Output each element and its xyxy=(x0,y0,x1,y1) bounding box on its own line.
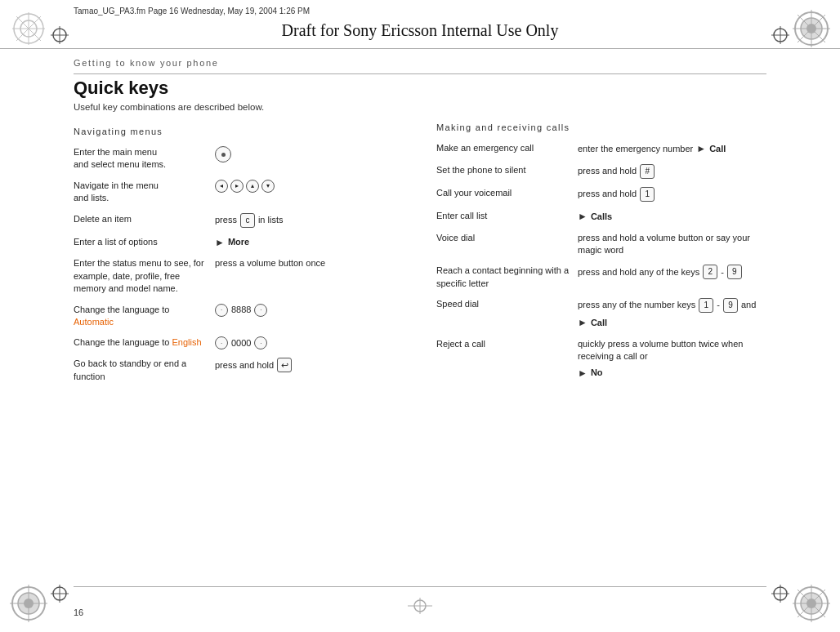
nav-right-icon: ▸ xyxy=(230,180,244,193)
table-row: Voice dial press and hold a volume butto… xyxy=(436,232,766,257)
row-action: press and hold 1 xyxy=(578,187,766,202)
table-row: Reject a call quickly press a volume but… xyxy=(436,338,766,381)
section-subtitle: Useful key combinations are described be… xyxy=(74,102,404,112)
row-action: press c in lists xyxy=(215,213,404,228)
row-label: Change the language to English xyxy=(74,336,208,349)
left-column: Quick keys Useful key combinations are d… xyxy=(74,78,404,583)
back-key-icon: ↩ xyxy=(277,358,292,372)
arrow-icon: ► xyxy=(215,236,225,250)
arrow-icon2: ► xyxy=(578,316,588,330)
row-action: press and hold a volume button or say yo… xyxy=(578,232,766,257)
table-row: Enter a list of options ► More xyxy=(74,236,404,250)
row-action: press and hold # xyxy=(578,164,766,179)
circle-icon-right2: · xyxy=(254,336,267,349)
one-key-icon: 1 xyxy=(640,187,655,202)
automatic-label: Automatic xyxy=(74,317,114,327)
nine-key-icon: 9 xyxy=(727,265,742,279)
page-number: 16 xyxy=(74,608,83,617)
table-row: Change the language to Automatic · 8888 … xyxy=(74,304,404,329)
nine-key2-icon: 9 xyxy=(723,298,738,313)
table-row: Navigate in the menuand lists. ◂ ▸ ▴ ▾ xyxy=(74,180,404,205)
table-row: Delete an item press c in lists xyxy=(74,213,404,228)
subtitle-row: Getting to know your phone xyxy=(74,51,766,74)
header-draft-title: Draft for Sony Ericsson Internal Use Onl… xyxy=(0,0,840,48)
crosshair-br xyxy=(771,585,789,606)
row-action: press any of the number keys 1 - 9 and ►… xyxy=(578,298,766,330)
circle-icon-right: · xyxy=(254,304,267,317)
arrow-icon: ► xyxy=(696,142,706,156)
row-label: Reject a call xyxy=(436,338,571,350)
table-row: Enter the status menu to see, for exampl… xyxy=(74,257,404,295)
row-label: Speed dial xyxy=(436,298,571,310)
nav-icons: ◂ ▸ ▴ ▾ xyxy=(215,180,275,193)
row-action: · 0000 · xyxy=(215,336,404,349)
call-label2: Call xyxy=(591,317,607,329)
nav-down-icon: ▾ xyxy=(261,180,275,193)
row-action: · 8888 · xyxy=(215,304,404,317)
subtitle-left: Getting to know your phone xyxy=(74,58,218,68)
row-action: ► More xyxy=(215,236,404,250)
row-label: Enter a list of options xyxy=(74,236,208,248)
crosshair-bl xyxy=(51,585,69,606)
table-row: Make an emergency call enter the emergen… xyxy=(436,142,766,156)
row-label: Go back to standby or end a function xyxy=(74,358,208,383)
row-label: Voice dial xyxy=(436,232,571,244)
table-row: Enter call list ► Calls xyxy=(436,210,766,224)
corner-decoration-bl xyxy=(4,579,53,628)
row-label: Change the language to Automatic xyxy=(74,304,208,329)
two-key-icon: 2 xyxy=(703,265,717,279)
table-row: Speed dial press any of the number keys … xyxy=(436,298,766,330)
corner-decoration-br xyxy=(787,579,836,628)
circle-icon-left2: · xyxy=(215,336,228,349)
right-column: Making and receiving calls Make an emerg… xyxy=(436,78,766,583)
arrow-icon3: ► xyxy=(578,367,588,381)
nav-left-icon: ◂ xyxy=(215,180,228,193)
bottom-center-deco xyxy=(408,598,432,617)
english-label: English xyxy=(172,337,202,347)
circle-icon-left: · xyxy=(215,304,228,317)
nav-menus-heading: Navigating menus xyxy=(74,127,404,136)
bottom-decoration xyxy=(74,586,766,587)
calls-label: Calls xyxy=(591,211,612,223)
nav-up-icon: ▴ xyxy=(246,180,259,193)
row-label: Enter the main menuand select menu items… xyxy=(74,146,208,171)
c-key-icon: c xyxy=(240,213,255,228)
making-calls-heading: Making and receiving calls xyxy=(436,122,766,132)
arrow-icon: ► xyxy=(578,210,588,224)
more-label: More xyxy=(228,236,249,248)
row-label: Set the phone to silent xyxy=(436,164,571,176)
row-label: Navigate in the menuand lists. xyxy=(74,180,208,205)
table-row: Change the language to English · 0000 · xyxy=(74,336,404,349)
row-action: press a volume button once xyxy=(215,257,404,269)
top-header: Tamao_UG_PA3.fm Page 16 Wednesday, May 1… xyxy=(0,0,840,49)
no-label: No xyxy=(591,367,603,379)
table-row: Go back to standby or end a function pre… xyxy=(74,358,404,383)
main-content: Quick keys Useful key combinations are d… xyxy=(74,78,766,583)
table-row: Set the phone to silent press and hold # xyxy=(436,164,766,179)
one-key2-icon: 1 xyxy=(699,298,713,313)
row-action: press and hold any of the keys 2 - 9 xyxy=(578,265,766,279)
row-label: Enter call list xyxy=(436,210,571,222)
row-label: Call your voicemail xyxy=(436,187,571,199)
row-action: press and hold ↩ xyxy=(215,358,404,372)
row-action: enter the emergency number ► Call xyxy=(578,142,766,156)
row-label: Reach a contact beginning with a specifi… xyxy=(436,265,571,290)
table-row: Enter the main menuand select menu items… xyxy=(74,146,404,171)
subtitle-divider xyxy=(74,73,766,74)
section-title-main: Quick keys xyxy=(74,78,404,99)
row-action: quickly press a volume button twice when… xyxy=(578,338,766,381)
row-label: Make an emergency call xyxy=(436,142,571,154)
center-button-icon xyxy=(215,146,231,162)
row-label: Enter the status menu to see, for exampl… xyxy=(74,257,208,295)
row-label: Delete an item xyxy=(74,213,208,225)
row-action: ► Calls xyxy=(578,210,766,224)
call-label: Call xyxy=(709,143,726,155)
row-action xyxy=(215,146,404,162)
hash-key-icon: # xyxy=(640,164,655,179)
table-row: Reach a contact beginning with a specifi… xyxy=(436,265,766,290)
table-row: Call your voicemail press and hold 1 xyxy=(436,187,766,202)
row-action: ◂ ▸ ▴ ▾ xyxy=(215,180,404,193)
